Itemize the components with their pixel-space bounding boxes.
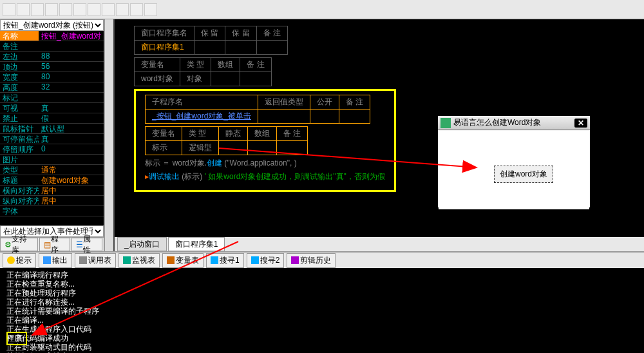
close-icon[interactable]: ✕ xyxy=(574,119,587,128)
prop-row[interactable]: 高度32 xyxy=(0,82,104,93)
toolbar-icon[interactable] xyxy=(59,3,72,16)
prop-row[interactable]: 可停留焦点真 xyxy=(0,134,104,144)
property-grid[interactable]: 名称按钮_创建word对备注左边88顶边56宽度80高度32标记可视真禁止假鼠标… xyxy=(0,31,104,225)
prop-row[interactable]: 备注 xyxy=(0,41,104,52)
tab-properties[interactable]: ☰属性 xyxy=(71,238,102,251)
tab-output[interactable]: 输出 xyxy=(39,253,72,268)
tab-search1[interactable]: 搜寻1 xyxy=(206,253,244,268)
preview-titlebar[interactable]: 易语言怎么创建Word对象 ✕ xyxy=(438,116,590,130)
tab-program[interactable]: ▤程序 xyxy=(39,238,70,251)
prop-row[interactable]: 标记 xyxy=(0,93,104,103)
prop-row[interactable]: 类型通常 xyxy=(0,165,104,175)
prop-row[interactable]: 鼠标指针默认型 xyxy=(0,124,104,134)
left-tabs: ⚙支持库 ▤程序 ☰属性 xyxy=(0,237,104,251)
code-tabs: _启动窗口 窗口程序集1 xyxy=(115,237,644,251)
prop-row[interactable]: 名称按钮_创建word对 xyxy=(0,31,104,41)
toolbar-icon[interactable] xyxy=(31,3,44,16)
toolbar-icon[interactable] xyxy=(88,3,100,16)
prop-row[interactable]: 字体 xyxy=(0,206,104,216)
module-table: 窗口程序集名保 留保 留备 注 窗口程序集1 xyxy=(134,26,288,55)
tab-support-lib[interactable]: ⚙支持库 xyxy=(0,238,38,251)
tab-cliphistory[interactable]: 剪辑历史 xyxy=(287,253,336,268)
tab-vartable[interactable]: 变量表 xyxy=(162,253,204,268)
prop-row[interactable]: 顶边56 xyxy=(0,62,104,72)
var-table-1: 变量名类 型数组备 注 word对象对象 xyxy=(134,57,272,86)
app-icon xyxy=(440,118,451,128)
var-table-2: 变量名类 型静态数组备 注 标示逻辑型 xyxy=(145,126,308,155)
tab-calltable[interactable]: 调用表 xyxy=(75,253,116,268)
toolbar-icon[interactable] xyxy=(144,3,157,16)
prop-row[interactable]: 可视真 xyxy=(0,103,104,113)
properties-panel: 按钮_创建word对象 (按钮) 名称按钮_创建word对备注左边88顶边56宽… xyxy=(0,19,104,251)
output-text: 正在编译现行程序 正在检查重复名称... 正在预处理现行程序 正在进行名称连接.… xyxy=(0,268,644,353)
object-selector[interactable]: 按钮_创建word对象 (按钮) xyxy=(0,19,104,31)
highlighted-subroutine: 子程序名返回值类型公开备 注 _按钮_创建word对象_被单击 变量名类 型静态… xyxy=(134,89,396,192)
prop-row[interactable]: 横向对齐方式居中 xyxy=(0,186,104,196)
prop-row[interactable]: 禁止假 xyxy=(0,113,104,124)
prop-row[interactable]: 纵向对齐方式居中 xyxy=(0,196,104,206)
tab-hint[interactable]: 提示 xyxy=(3,253,36,268)
code-line-2: ▸调试输出 (标示) ' 如果word对象创建成功，则调试输出"真"，否则为假 xyxy=(145,171,385,182)
toolbar-icon[interactable] xyxy=(116,3,129,16)
preview-title-text: 易语言怎么创建Word对象 xyxy=(453,117,541,128)
toolbar-icon[interactable] xyxy=(17,3,30,16)
tab-search2[interactable]: 搜寻2 xyxy=(247,253,285,268)
tab-start-window[interactable]: _启动窗口 xyxy=(117,237,167,251)
output-panel: 提示 输出 调用表 监视表 变量表 搜寻1 搜寻2 剪辑历史 正在编译现行程序 … xyxy=(0,251,644,353)
toolbar-icon[interactable] xyxy=(130,3,143,16)
prop-row[interactable]: 宽度80 xyxy=(0,72,104,82)
tab-module-1[interactable]: 窗口程序集1 xyxy=(168,237,225,251)
toolbar-icon[interactable] xyxy=(73,3,86,16)
toolbar-icon[interactable] xyxy=(3,3,15,16)
toolbar-icon[interactable] xyxy=(102,3,115,16)
bottom-tabs: 提示 输出 调用表 监视表 变量表 搜寻1 搜寻2 剪辑历史 xyxy=(0,253,644,268)
prop-row[interactable]: 停留顺序0 xyxy=(0,144,104,155)
splitter[interactable] xyxy=(104,19,113,251)
toolbar-icon[interactable] xyxy=(45,3,58,16)
prop-row[interactable]: 左边88 xyxy=(0,52,104,62)
prop-row[interactable]: 标题创建word对象 xyxy=(0,175,104,186)
tab-watch[interactable]: 监视表 xyxy=(118,253,160,268)
create-word-button[interactable]: 创建word对象 xyxy=(494,166,553,183)
code-line-1: 标示 ＝ word对象.创建 ("Word.application", ) xyxy=(145,158,385,169)
output-true-marker: * 真 xyxy=(6,332,27,345)
top-toolbar xyxy=(0,0,644,19)
preview-window[interactable]: 易语言怎么创建Word对象 ✕ 创建word对象 xyxy=(437,115,591,209)
sub-table: 子程序名返回值类型公开备 注 _按钮_创建word对象_被单击 xyxy=(145,95,370,124)
prop-row[interactable]: 图片 xyxy=(0,155,104,165)
